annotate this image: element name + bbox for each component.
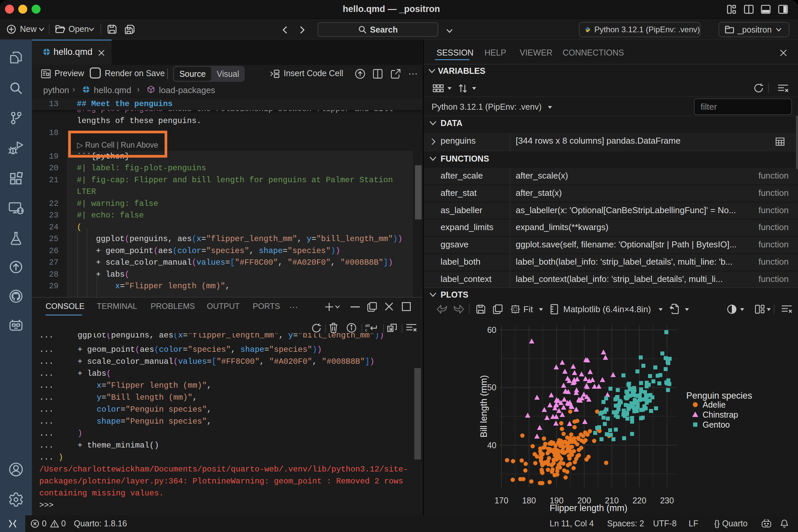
svg-text:Flipper length (mm): Flipper length (mm) (550, 503, 627, 513)
svg-text:60: 60 (487, 325, 496, 335)
svg-text:40: 40 (487, 440, 496, 450)
svg-text:Chinstrap: Chinstrap (703, 410, 738, 419)
svg-text:230: 230 (660, 496, 674, 505)
svg-text:Adelie: Adelie (703, 400, 726, 409)
svg-text:c: c (365, 327, 367, 332)
svg-text:170: 170 (494, 496, 508, 505)
svg-text:ab: ab (365, 323, 370, 328)
svg-text:Gentoo: Gentoo (703, 420, 730, 429)
svg-text:220: 220 (632, 496, 646, 505)
svg-text:Bill length (mm): Bill length (mm) (479, 375, 489, 438)
svg-text:Penguin species: Penguin species (686, 391, 752, 401)
svg-text:180: 180 (522, 496, 536, 505)
